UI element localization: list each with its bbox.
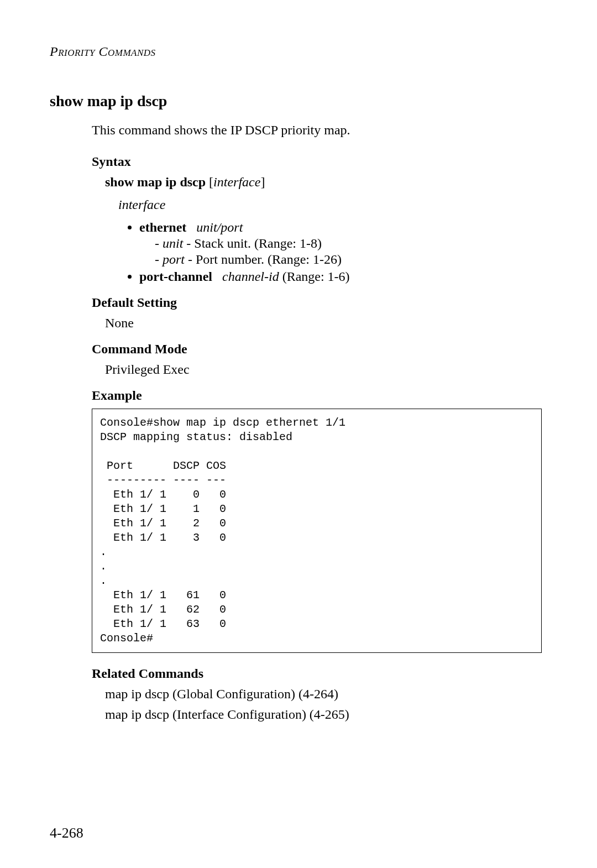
default-value: None — [105, 316, 542, 331]
ethernet-keyword: ethernet — [139, 220, 186, 234]
running-head: Priority Commands — [50, 44, 542, 59]
port-channel-keyword: port-channel — [139, 269, 212, 284]
option-ethernet: ethernet unit/port unit - Stack unit. (R… — [139, 220, 542, 267]
ethernet-args: unit/port — [196, 220, 243, 234]
bracket-open: [ — [206, 175, 213, 189]
mode-heading: Command Mode — [92, 342, 542, 357]
ethernet-subargs: unit - Stack unit. (Range: 1-8) port - P… — [155, 236, 542, 267]
unit-desc: - Stack unit. (Range: 1-8) — [183, 236, 322, 250]
syntax-keyword: show map ip dscp — [105, 175, 206, 189]
syntax-heading: Syntax — [92, 154, 542, 169]
option-port-channel: port-channel channel-id (Range: 1-6) — [139, 269, 542, 284]
unit-row: unit - Stack unit. (Range: 1-8) — [155, 236, 542, 251]
port-row: port - Port number. (Range: 1-26) — [155, 252, 542, 267]
port-channel-arg: channel-id — [222, 269, 279, 284]
interface-label: interface — [118, 197, 542, 212]
syntax-param-interface: interface — [213, 175, 260, 189]
related-line-1: map ip dscp (Interface Configuration) (4… — [105, 707, 542, 722]
port-desc: - Port number. (Range: 1-26) — [185, 252, 342, 266]
example-code: Console#show map ip dscp ethernet 1/1 DS… — [92, 409, 542, 653]
related-heading: Related Commands — [92, 666, 542, 681]
bracket-close: ] — [260, 175, 265, 189]
related-line-0: map ip dscp (Global Configuration) (4-26… — [105, 687, 542, 702]
port-channel-tail: (Range: 1-6) — [279, 269, 350, 284]
command-title: show map ip dscp — [50, 92, 542, 110]
unit-param: unit — [163, 236, 183, 250]
page-number: 4-268 — [50, 825, 83, 841]
page: Priority Commands show map ip dscp This … — [0, 0, 597, 868]
body-column: This command shows the IP DSCP priority … — [92, 121, 542, 722]
command-description: This command shows the IP DSCP priority … — [92, 121, 542, 139]
mode-value: Privileged Exec — [105, 362, 542, 377]
default-heading: Default Setting — [92, 295, 542, 310]
example-heading: Example — [92, 388, 542, 403]
port-param: port — [163, 252, 185, 266]
interface-option-list: ethernet unit/port unit - Stack unit. (R… — [92, 220, 542, 284]
syntax-line: show map ip dscp [interface] — [105, 175, 542, 190]
